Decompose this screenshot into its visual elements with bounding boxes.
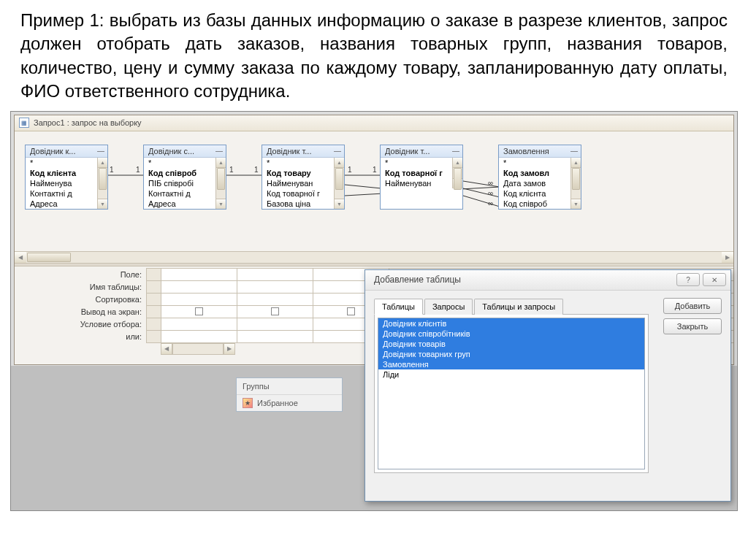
scrollbar[interactable]: ▲▼ xyxy=(97,158,107,209)
tab-queries[interactable]: Запросы xyxy=(424,299,473,315)
tab-both[interactable]: Таблицы и запросы xyxy=(474,299,563,315)
tab-panel: Довідник клієнтів Довідник співробітникі… xyxy=(374,314,649,473)
example-description: Пример 1: выбрать из базы данных информа… xyxy=(0,0,748,111)
table-2[interactable]: Довідник с...— * Код співроб ПІБ співроб… xyxy=(143,145,226,210)
dialog-title: Добавление таблицы xyxy=(374,275,461,285)
field-cell[interactable] xyxy=(237,269,313,280)
list-item[interactable]: Довідник клієнтів xyxy=(378,318,644,329)
add-table-dialog: Добавление таблицы ? ✕ Таблицы Запросы Т… xyxy=(365,269,731,502)
field-list[interactable]: * Код замовл Дата замов Код клієнта Код … xyxy=(499,158,570,209)
tables-row: Довідник к...— * Код клієнта Найменува К… xyxy=(25,145,723,210)
show-checkbox[interactable] xyxy=(161,306,237,318)
nav-favorites[interactable]: ★Избранное xyxy=(237,394,342,411)
field-list[interactable]: * Код співроб ПІБ співробі Контактні д А… xyxy=(144,158,215,209)
table-header[interactable]: Замовлення— xyxy=(499,145,581,158)
list-item[interactable]: Довідник співробітників xyxy=(378,329,644,339)
list-item[interactable]: Довідник товарів xyxy=(378,339,644,349)
table-listbox[interactable]: Довідник клієнтів Довідник співробітникі… xyxy=(378,318,645,469)
table-header[interactable]: Довідник т...— xyxy=(381,145,462,158)
nav-groups[interactable]: Группы xyxy=(237,378,342,394)
relationship-pane[interactable]: 11 11 11 ∞ ∞ ∞ Довідник к...— * xyxy=(15,131,733,251)
field-list[interactable]: * Код товарної г Найменуван xyxy=(381,158,452,188)
table-3[interactable]: Довідник т...— * Код товару Найменуван К… xyxy=(262,145,345,210)
scrollbar[interactable]: ▲▼ xyxy=(334,158,344,209)
app-frame: ▦ Запрос1 : запрос на выборку 11 11 11 ∞… xyxy=(10,111,738,511)
table-4[interactable]: Довідник т...— * Код товарної г Найменув… xyxy=(380,145,463,210)
show-checkbox[interactable] xyxy=(237,306,313,318)
scrollbar[interactable]: ▲▼ xyxy=(570,158,581,209)
field-list[interactable]: * Код товару Найменуван Код товарної г Б… xyxy=(262,158,334,209)
dialog-tabs: Таблицы Запросы Таблицы и запросы xyxy=(374,298,649,314)
close-button[interactable]: ✕ xyxy=(703,273,726,286)
nav-panel: Группы ★Избранное xyxy=(236,377,343,412)
list-item[interactable]: Ліди xyxy=(378,369,644,380)
query-title: Запрос1 : запрос на выборку xyxy=(34,118,142,127)
grid-row-labels: Поле: Имя таблицы: Сортировка: Вывод на … xyxy=(15,266,146,364)
star-icon: ★ xyxy=(243,398,253,408)
query-titlebar[interactable]: ▦ Запрос1 : запрос на выборку xyxy=(15,115,733,131)
field-list[interactable]: * Код клієнта Найменува Контактні д Адре… xyxy=(26,158,97,209)
scrollbar[interactable]: ▲▼ xyxy=(452,158,462,188)
table-5[interactable]: Замовлення— * Код замовл Дата замов Код … xyxy=(498,145,581,210)
add-button[interactable]: Добавить xyxy=(663,298,722,314)
query-icon: ▦ xyxy=(19,118,29,128)
table-header[interactable]: Довідник с...— xyxy=(144,145,226,158)
scrollbar[interactable]: ▲▼ xyxy=(215,158,226,209)
list-item[interactable]: Замовлення xyxy=(378,359,644,369)
table-header[interactable]: Довідник к...— xyxy=(26,145,107,158)
tab-tables[interactable]: Таблицы xyxy=(374,299,423,315)
dialog-titlebar[interactable]: Добавление таблицы ? ✕ xyxy=(365,270,730,291)
list-item[interactable]: Довідник товарних груп xyxy=(378,349,644,359)
table-1[interactable]: Довідник к...— * Код клієнта Найменува К… xyxy=(25,145,108,210)
table-header[interactable]: Довідник т...— xyxy=(262,145,344,158)
hscrollbar[interactable]: ◀▶ xyxy=(15,251,733,263)
field-cell[interactable] xyxy=(161,269,237,280)
close-dialog-button[interactable]: Закрыть xyxy=(663,318,722,334)
help-button[interactable]: ? xyxy=(676,273,700,286)
